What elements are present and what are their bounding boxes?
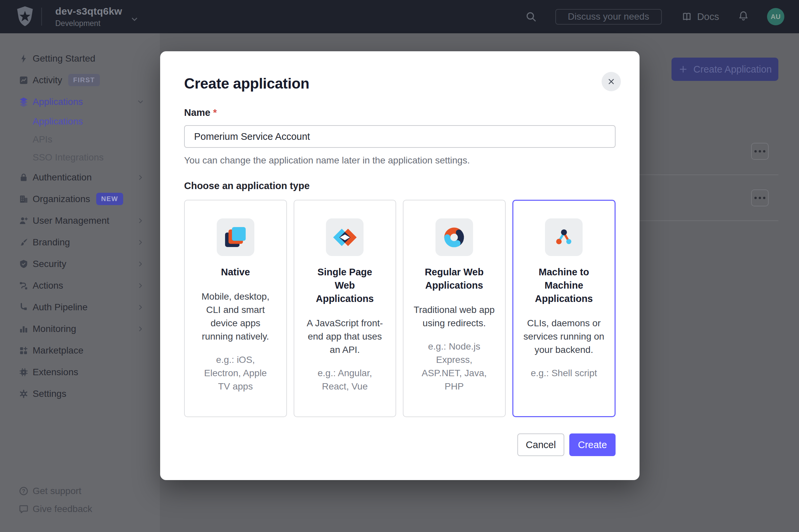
chevron-right-icon [136, 325, 145, 333]
card-description: CLIs, daemons or services running on you… [524, 317, 605, 357]
lightning-icon [19, 54, 28, 63]
application-name-input[interactable] [184, 125, 615, 148]
give-feedback-link[interactable]: Give feedback [0, 500, 160, 518]
application-type-cards: Native Mobile, desktop, CLI and smart de… [184, 200, 615, 417]
gear-icon [19, 389, 28, 399]
sidebar-item-organizations[interactable]: Organizations NEW [0, 188, 160, 210]
application-type-heading: Choose an application type [184, 180, 310, 191]
close-icon [607, 77, 615, 86]
sidebar: Getting Started Activity FIRST Applicati… [0, 33, 160, 532]
sidebar-subitem-apis[interactable]: APIs [0, 131, 160, 149]
sidebar-item-label: Applications [33, 97, 83, 107]
get-support-label: Get support [33, 486, 81, 496]
pipeline-icon [19, 302, 28, 312]
user-avatar[interactable]: AU [767, 8, 784, 25]
sidebar-item-label: Settings [33, 388, 66, 399]
cancel-button[interactable]: Cancel [517, 434, 564, 456]
activity-chart-icon [19, 75, 28, 85]
header-actions: Discuss your needs Docs AU [525, 8, 784, 25]
card-example: e.g.: Shell script [531, 366, 597, 380]
sidebar-item-label: Auth Pipeline [33, 302, 88, 312]
chevron-right-icon [136, 282, 145, 290]
app-type-card-spa[interactable]: Single Page Web Applications A JavaScrip… [293, 200, 397, 417]
row-actions-button[interactable] [751, 143, 769, 160]
machine-to-machine-icon [553, 226, 575, 248]
app-type-card-regular-web[interactable]: Regular Web Applications Traditional web… [403, 200, 506, 417]
tenant-environment: Development [55, 19, 122, 28]
sidebar-item-monitoring[interactable]: Monitoring [0, 318, 160, 340]
user-gear-icon [19, 216, 28, 226]
card-title: Regular Web Applications [416, 265, 492, 292]
auth0-logo-icon [15, 6, 35, 27]
sidebar-item-label: Actions [33, 280, 63, 291]
sidebar-item-extensions[interactable]: Extensions [0, 361, 160, 383]
paintbrush-icon [19, 238, 28, 247]
row-actions-button[interactable] [751, 189, 769, 206]
new-badge: NEW [96, 193, 123, 205]
lock-icon [19, 172, 28, 183]
search-icon[interactable] [525, 11, 537, 22]
sidebar-item-activity[interactable]: Activity FIRST [0, 69, 160, 91]
icon-tile [326, 218, 364, 256]
tenant-switcher[interactable]: dev-s3qtq6kw Development [55, 6, 122, 28]
chevron-right-icon [136, 260, 145, 268]
sidebar-item-label: Authentication [33, 172, 92, 183]
sidebar-subitem-sso-integrations[interactable]: SSO Integrations [0, 149, 160, 167]
create-button[interactable]: Create [569, 434, 615, 456]
flow-icon [19, 281, 28, 291]
modal-title: Create application [184, 75, 309, 92]
speech-bubble-icon [19, 504, 28, 514]
sidebar-item-label: Security [33, 259, 66, 269]
sidebar-item-security[interactable]: Security [0, 253, 160, 275]
chevron-right-icon [136, 173, 145, 182]
app-type-card-native[interactable]: Native Mobile, desktop, CLI and smart de… [184, 200, 287, 417]
header-divider [41, 8, 42, 26]
sidebar-item-branding[interactable]: Branding [0, 231, 160, 253]
sidebar-item-actions[interactable]: Actions [0, 275, 160, 296]
get-support-link[interactable]: ? Get support [0, 482, 160, 500]
sidebar-footer: ? Get support Give feedback [0, 482, 160, 518]
sidebar-item-auth-pipeline[interactable]: Auth Pipeline [0, 296, 160, 318]
sidebar-item-marketplace[interactable]: Marketplace [0, 340, 160, 361]
chevron-down-icon [130, 15, 139, 24]
help-circle-icon: ? [19, 486, 28, 496]
sidebar-item-label: Marketplace [33, 345, 83, 356]
chevron-right-icon [136, 217, 145, 225]
layers-icon [19, 97, 28, 107]
sidebar-item-label: SSO Integrations [33, 152, 103, 163]
bell-icon [738, 10, 749, 22]
icon-tile [217, 218, 254, 256]
plus-icon [678, 64, 688, 74]
grid-plus-icon [19, 346, 28, 356]
card-example: e.g.: Node.js Express, ASP.NET, Java, PH… [420, 340, 488, 393]
sidebar-item-label: Activity [33, 75, 62, 86]
app-type-card-machine-to-machine[interactable]: Machine to Machine Applications CLIs, da… [512, 200, 616, 417]
card-description: Traditional web app using redirects. [414, 303, 495, 330]
card-description: A JavaScript front-end app that uses an … [304, 317, 385, 357]
sidebar-item-user-management[interactable]: User Management [0, 210, 160, 231]
card-title: Native [221, 265, 250, 279]
close-button[interactable] [602, 72, 621, 91]
chip-icon [19, 367, 28, 377]
card-title: Single Page Web Applications [307, 265, 383, 305]
sidebar-item-applications[interactable]: Applications [0, 91, 160, 113]
sidebar-item-settings[interactable]: Settings [0, 383, 160, 404]
required-marker: * [213, 107, 217, 118]
sidebar-item-label: Monitoring [33, 324, 76, 334]
create-application-button[interactable]: Create Application [671, 58, 778, 81]
regular-web-icon [443, 226, 465, 249]
sidebar-item-label: Organizations [33, 194, 90, 204]
spa-icon [333, 226, 357, 248]
give-feedback-label: Give feedback [33, 504, 92, 514]
discuss-needs-button[interactable]: Discuss your needs [555, 9, 662, 25]
chevron-right-icon [136, 239, 145, 246]
create-application-modal: Create application Name* You can change … [160, 51, 640, 480]
docs-link[interactable]: Docs [681, 11, 719, 22]
sidebar-item-label: Extensions [33, 367, 78, 378]
notifications-button[interactable] [738, 10, 749, 23]
sidebar-subitem-applications[interactable]: Applications [0, 113, 160, 131]
sidebar-item-getting-started[interactable]: Getting Started [0, 48, 160, 69]
first-badge: FIRST [68, 74, 100, 86]
sidebar-item-authentication[interactable]: Authentication [0, 167, 160, 188]
card-description: Mobile, desktop, CLI and smart device ap… [195, 290, 276, 343]
